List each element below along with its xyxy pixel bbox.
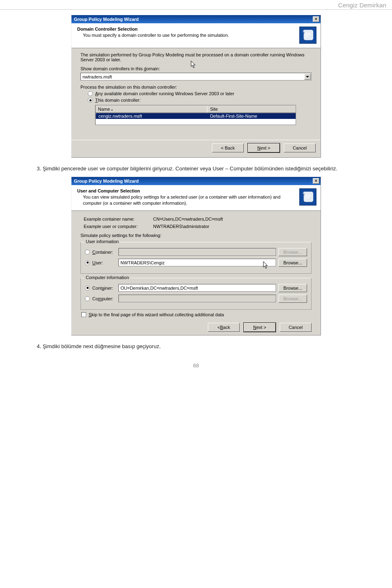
- next-button[interactable]: Next >: [244, 323, 276, 332]
- chevron-down-icon[interactable]: [304, 74, 311, 80]
- col-site[interactable]: Site: [207, 105, 296, 113]
- browse-button: Browse...: [278, 248, 307, 256]
- scroll-icon: [299, 27, 316, 44]
- radio-computer[interactable]: Computer:: [85, 296, 116, 301]
- radio-icon: [85, 250, 90, 255]
- radio-comp-container[interactable]: Container:: [85, 286, 116, 291]
- comp-container-field[interactable]: OU=Demirkan,DC=nwtraders,DC=msft: [118, 284, 276, 292]
- body-step-4: 4. Şimdiki bölümde next düğmesine basıp …: [37, 343, 355, 350]
- wizard-buttons: < Back Next > Cancel: [80, 319, 312, 333]
- radio-this-dc[interactable]: This domain controller:: [88, 98, 312, 103]
- back-button[interactable]: < Back: [208, 323, 240, 332]
- cell-name: cengiz.nwtraders.msft: [96, 113, 207, 119]
- window-title: Group Policy Modeling Wizard: [74, 17, 139, 22]
- group-computer-info: Computer information Container: OU=Demir…: [80, 278, 312, 310]
- dc-listview[interactable]: Name Site cengiz.nwtraders.msft Default-…: [95, 105, 296, 125]
- svg-rect-5: [305, 198, 309, 198]
- gpm-wizard-dc-selection: Group Policy Modeling Wizard × Domain Co…: [71, 15, 321, 158]
- wizard-header: Domain Controller Selection You must spe…: [71, 23, 321, 48]
- wizard-body: Example container name: CN=Users,DC=nwtr…: [71, 211, 321, 335]
- close-icon[interactable]: ×: [313, 16, 319, 22]
- window-title: Group Policy Modeling Wizard: [74, 179, 139, 183]
- svg-rect-2: [305, 36, 309, 36]
- radio-icon: [85, 260, 90, 265]
- radio-icon: [88, 91, 93, 96]
- wizard-body: The simulation performed by Group Policy…: [71, 48, 321, 140]
- domain-combo[interactable]: nwtraders.msft: [80, 73, 312, 80]
- page-header: Cengiz Demirkan: [0, 0, 392, 10]
- wizard-title: Domain Controller Selection: [77, 27, 299, 31]
- process-label: Process the simulation on this domain co…: [80, 85, 312, 89]
- legend-user: User information: [84, 239, 120, 244]
- cancel-button[interactable]: Cancel: [280, 323, 312, 332]
- computer-field: [118, 295, 276, 302]
- scroll-icon: [299, 188, 316, 206]
- radio-user-container[interactable]: Container:: [85, 250, 116, 255]
- radio-icon: [88, 98, 93, 103]
- checkbox-icon: [81, 312, 86, 317]
- browse-button[interactable]: Browse...: [278, 259, 307, 267]
- col-name[interactable]: Name: [96, 105, 207, 113]
- back-button[interactable]: < Back: [212, 143, 244, 152]
- user-field[interactable]: NWTRADERS\Cengiz: [118, 259, 276, 266]
- body-step-3: 3. Şimdiki pencerede user ve computer bi…: [37, 165, 355, 172]
- radio-any-dc[interactable]: Any available domain controller running …: [88, 91, 312, 96]
- radio-icon: [85, 286, 90, 291]
- ex-container-value: CN=Users,DC=nwtraders,DC=msft: [153, 217, 312, 221]
- browse-button: Browse...: [278, 295, 307, 303]
- browse-button[interactable]: Browse...: [278, 284, 307, 292]
- titlebar[interactable]: Group Policy Modeling Wizard ×: [71, 177, 321, 185]
- radio-user[interactable]: User:: [85, 260, 116, 265]
- svg-rect-1: [305, 34, 310, 35]
- svg-rect-3: [305, 195, 310, 195]
- group-user-info: User information Container: Browse... Us…: [80, 242, 312, 274]
- next-button[interactable]: Next >: [248, 143, 280, 152]
- wizard-buttons: < Back Next > Cancel: [71, 140, 321, 157]
- cursor-icon: [191, 60, 197, 69]
- cancel-button[interactable]: Cancel: [284, 143, 316, 152]
- wizard-title: User and Computer Selection: [77, 188, 299, 193]
- wizard-subtitle: You can view simulated policy settings f…: [77, 194, 299, 206]
- radio-icon: [85, 296, 90, 301]
- ex-user-value: NWTRADERS\administrator: [153, 224, 312, 229]
- examples: Example container name: CN=Users,DC=nwtr…: [84, 217, 312, 229]
- ex-container-label: Example container name:: [84, 217, 153, 221]
- gpm-wizard-user-computer: Group Policy Modeling Wizard × User and …: [71, 177, 321, 335]
- domain-value: nwtraders.msft: [82, 74, 112, 79]
- legend-computer: Computer information: [84, 275, 131, 280]
- svg-rect-4: [305, 196, 310, 197]
- ex-user-label: Example user or computer:: [84, 224, 153, 229]
- listview-header[interactable]: Name Site: [96, 105, 296, 113]
- close-icon[interactable]: ×: [313, 178, 319, 184]
- page-number: 68: [0, 362, 392, 369]
- cursor-icon: [263, 261, 270, 269]
- wizard-subtitle: You must specify a domain controller to …: [77, 32, 299, 38]
- cell-site: Default-First-Site-Name: [207, 113, 296, 119]
- skip-checkbox[interactable]: Skip to the final page of this wizard wi…: [81, 312, 312, 317]
- titlebar[interactable]: Group Policy Modeling Wizard ×: [71, 15, 321, 23]
- svg-rect-0: [305, 33, 310, 33]
- table-row[interactable]: cengiz.nwtraders.msft Default-First-Site…: [96, 113, 296, 119]
- wizard-header: User and Computer Selection You can view…: [71, 185, 321, 211]
- user-container-field: [118, 248, 276, 256]
- simulate-label: Simulate policy settings for the followi…: [80, 233, 312, 238]
